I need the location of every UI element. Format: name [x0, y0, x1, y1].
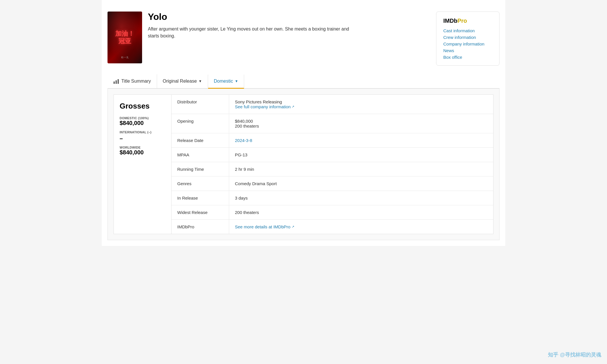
svg-rect-0 — [114, 81, 115, 84]
imdbpro-row-value: See more details at IMDbPro ↗ — [229, 220, 493, 234]
running-time-row: Running Time 2 hr 9 min — [171, 162, 493, 177]
svg-rect-1 — [116, 80, 117, 84]
distributor-name: Sony Pictures Releasing — [235, 99, 487, 104]
opening-amount: $840,000 — [235, 119, 487, 124]
movie-title: Yolo — [148, 12, 430, 22]
imdbpro-logo: IMDbPro — [443, 18, 492, 24]
domestic-tab[interactable]: Domestic ▼ — [208, 75, 244, 89]
widest-release-label: Widest Release — [171, 205, 229, 219]
chart-icon — [113, 78, 119, 84]
domestic-label: Domestic — [214, 79, 233, 84]
header-section: 加油！冠亚 初·一见 Yolo After argument with youn… — [108, 6, 499, 74]
distributor-value: Sony Pictures Releasing See full company… — [229, 95, 493, 114]
poster-text: 加油！冠亚 — [115, 30, 134, 45]
movie-details: Yolo After argument with younger sister,… — [148, 12, 430, 63]
original-release-label: Original Release — [163, 79, 197, 84]
crew-information-link[interactable]: Crew information — [443, 35, 492, 40]
in-release-row: In Release 3 days — [171, 191, 493, 205]
widest-release-row: Widest Release 200 theaters — [171, 205, 493, 220]
international-label: INTERNATIONAL (–) — [120, 130, 165, 134]
grosses-title: Grosses — [120, 102, 165, 111]
cast-information-link[interactable]: Cast information — [443, 28, 492, 33]
widest-release-value: 200 theaters — [229, 205, 493, 219]
running-time-value: 2 hr 9 min — [229, 162, 493, 176]
release-date-link[interactable]: 2024-3-8 — [235, 138, 252, 143]
distributor-label: Distributor — [171, 95, 229, 114]
domestic-value: $840,000 — [120, 120, 165, 126]
domestic-gross: DOMESTIC (100%) $840,000 — [120, 116, 165, 126]
imdbpro-external-icon: ↗ — [292, 225, 294, 229]
in-release-value: 3 days — [229, 191, 493, 205]
mpaa-value: PG-13 — [229, 148, 493, 162]
box-office-link[interactable]: Box office — [443, 55, 492, 60]
worldwide-gross: WORLDWIDE $840,000 — [120, 146, 165, 156]
imdb-text: IMDb — [443, 18, 457, 24]
page-wrapper: 加油！冠亚 初·一见 Yolo After argument with youn… — [102, 0, 505, 246]
imdbpro-row: IMDbPro See more details at IMDbPro ↗ — [171, 220, 493, 234]
content-grid: Grosses DOMESTIC (100%) $840,000 INTERNA… — [114, 94, 493, 234]
original-release-tab[interactable]: Original Release ▼ — [157, 75, 208, 88]
pro-text: Pro — [457, 18, 467, 24]
movie-description: After argument with younger sister, Le Y… — [148, 26, 350, 39]
distributor-row: Distributor Sony Pictures Releasing See … — [171, 95, 493, 114]
opening-row: Opening $840,000 200 theaters — [171, 114, 493, 133]
movie-info: 加油！冠亚 初·一见 Yolo After argument with youn… — [108, 12, 430, 63]
imdbpro-links: Cast information Crew information Compan… — [443, 28, 492, 60]
company-information-link[interactable]: Company information — [443, 41, 492, 46]
mpaa-label: MPAA — [171, 148, 229, 162]
genres-row: Genres Comedy Drama Sport — [171, 177, 493, 191]
details-table: Distributor Sony Pictures Releasing See … — [171, 95, 493, 234]
release-date-row: Release Date 2024-3-8 — [171, 133, 493, 148]
movie-poster: 加油！冠亚 初·一见 — [108, 12, 142, 63]
opening-value: $840,000 200 theaters — [229, 114, 493, 133]
genres-label: Genres — [171, 177, 229, 191]
imdbpro-card: IMDbPro Cast information Crew informatio… — [436, 12, 499, 66]
international-value: – — [120, 135, 165, 142]
grosses-column: Grosses DOMESTIC (100%) $840,000 INTERNA… — [114, 95, 171, 234]
imdbpro-details-link[interactable]: See more details at IMDbPro ↗ — [235, 224, 487, 229]
worldwide-label: WORLDWIDE — [120, 146, 165, 149]
running-time-label: Running Time — [171, 162, 229, 176]
genres-value: Comedy Drama Sport — [229, 177, 493, 191]
original-release-chevron: ▼ — [199, 79, 202, 83]
news-link[interactable]: News — [443, 48, 492, 53]
title-summary-label: Title Summary — [121, 79, 151, 84]
worldwide-value: $840,000 — [120, 149, 165, 156]
mpaa-row: MPAA PG-13 — [171, 148, 493, 162]
domestic-chevron: ▼ — [235, 79, 238, 83]
main-content: Grosses DOMESTIC (100%) $840,000 INTERNA… — [108, 89, 499, 240]
opening-theaters: 200 theaters — [235, 124, 487, 128]
title-summary-tab[interactable]: Title Summary — [108, 74, 157, 88]
external-link-icon: ↗ — [292, 105, 294, 109]
svg-rect-2 — [118, 79, 119, 84]
release-date-label: Release Date — [171, 133, 229, 147]
in-release-label: In Release — [171, 191, 229, 205]
company-info-link[interactable]: See full company information ↗ — [235, 104, 487, 109]
domestic-label: DOMESTIC (100%) — [120, 116, 165, 120]
international-gross: INTERNATIONAL (–) – — [120, 130, 165, 142]
opening-label: Opening — [171, 114, 229, 133]
tabs-section: Title Summary Original Release ▼ Domesti… — [108, 74, 499, 89]
release-date-value: 2024-3-8 — [229, 133, 493, 147]
imdbpro-row-label: IMDbPro — [171, 220, 229, 234]
poster-subtitle: 初·一见 — [108, 56, 142, 59]
